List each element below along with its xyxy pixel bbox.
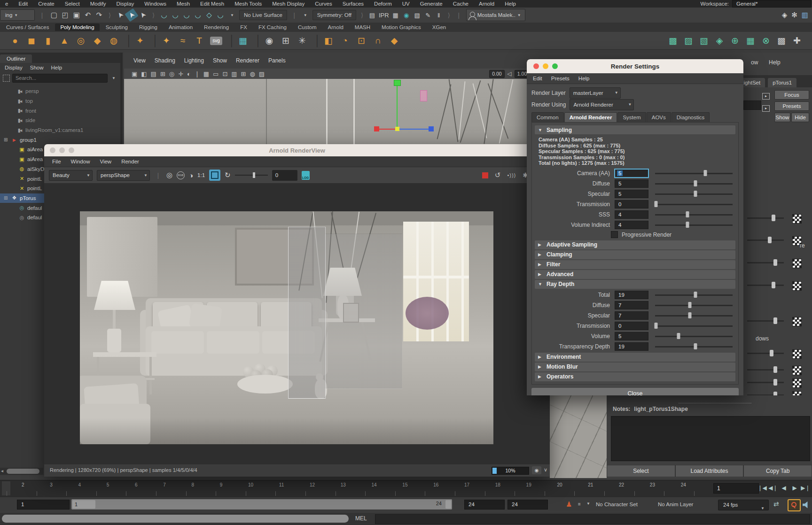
render-settings-tab[interactable]: AOVs	[647, 112, 671, 122]
character-set-selector[interactable]: No Character Set	[596, 502, 638, 507]
attr-slider-handle[interactable]	[772, 215, 775, 221]
vp-separator[interactable]: ❘	[195, 70, 200, 77]
uv-layout-icon[interactable]: ▧	[698, 33, 710, 49]
value-input[interactable]: 19	[615, 291, 648, 299]
horizontal-scrollbar[interactable]: ◂	[0, 468, 43, 475]
ae-help-menu[interactable]: Help	[769, 59, 781, 66]
value-input[interactable]: 0	[615, 200, 648, 208]
outliner-item[interactable]: ▮◂ persp	[0, 86, 120, 96]
vp-resolution-gate-icon[interactable]: ⊡	[222, 70, 227, 77]
attr-slider[interactable]	[747, 217, 784, 219]
shelf-tab[interactable]: FX Caching	[253, 23, 292, 31]
attr-slider-handle[interactable]	[768, 237, 772, 243]
render-settings-tab[interactable]: Diagnostics	[671, 112, 710, 122]
play-backwards-button[interactable]: ◀	[779, 482, 789, 494]
viewport-menu-item[interactable]: Panels	[268, 57, 286, 64]
paint-select-icon[interactable]: ➤	[136, 8, 149, 22]
snap-point-icon[interactable]: ◡	[182, 10, 191, 20]
uv-optimize-icon[interactable]: ⊗	[760, 33, 772, 49]
mirror-icon[interactable]: ◧	[323, 33, 334, 49]
collapsed-section-header[interactable]: ▶Adaptive Sampling	[535, 240, 735, 249]
paste-attr-values-icon[interactable]: ▸	[762, 105, 770, 112]
vp-camera-attrs-icon[interactable]: ▤	[151, 70, 156, 77]
texture-map-button[interactable]	[792, 349, 802, 359]
search-input[interactable]: Search...	[12, 74, 108, 83]
outliner-menu-item[interactable]: Display	[5, 65, 23, 70]
snap-curve-icon[interactable]: ◡	[171, 10, 180, 20]
shelf-tab[interactable]: MASH	[350, 23, 375, 31]
chevron-down-icon[interactable]: ▼	[586, 502, 590, 506]
texture-map-button[interactable]	[792, 366, 802, 375]
shelf-tab[interactable]: XGen	[427, 23, 451, 31]
save-scene-icon[interactable]: ▣	[72, 10, 81, 20]
menu-item[interactable]: Windows	[139, 1, 172, 7]
chevron-down-icon[interactable]: ▼	[302, 13, 309, 17]
render-settings-menu-item[interactable]: Edit	[533, 76, 542, 81]
value-input[interactable]: 7	[615, 311, 648, 320]
value-slider[interactable]	[655, 201, 733, 208]
texture-map-button[interactable]	[792, 317, 802, 326]
texture-map-button[interactable]	[792, 259, 802, 268]
ae-bottom-button[interactable]: Copy Tab	[743, 465, 812, 477]
redo-icon[interactable]: ↷	[94, 10, 104, 20]
ae-tab-lightset[interactable]: LightSet	[743, 78, 765, 87]
manipulator-center-handle[interactable]	[395, 127, 399, 131]
collapsed-section-header[interactable]: ▶Advanced	[535, 270, 735, 279]
value-slider[interactable]	[655, 292, 733, 298]
value-input[interactable]: 4	[615, 210, 648, 219]
ae-bottom-button[interactable]: Load Attributes	[675, 465, 744, 477]
value-slider[interactable]	[655, 302, 733, 309]
vp-oversampling-icon[interactable]: ◐	[187, 70, 191, 77]
go-to-end-button[interactable]: ▶❘	[801, 482, 810, 494]
symmetry-field[interactable]: Symmetry: Off	[312, 10, 356, 20]
slider-handle[interactable]	[688, 312, 692, 318]
manipulator-x-axis[interactable]	[379, 129, 397, 130]
ae-tab-ptorus1[interactable]: pTorus1	[768, 78, 796, 87]
attr-slider[interactable]	[747, 369, 784, 371]
poly-sphere-icon[interactable]: ●	[9, 33, 21, 49]
texture-map-button[interactable]	[792, 391, 802, 395]
value-input[interactable]: 7	[615, 301, 648, 309]
playback-loop-icon[interactable]: ⇄	[773, 500, 779, 508]
ae-bottom-button[interactable]: Select	[607, 465, 675, 477]
slider-handle[interactable]	[694, 191, 697, 197]
attr-slider[interactable]	[747, 285, 784, 286]
menu-item[interactable]: Curves	[310, 1, 337, 7]
pivot-icon[interactable]: ◈	[782, 11, 788, 19]
collapsed-section-header[interactable]: ▶Filter	[535, 260, 735, 269]
snap-grid-icon[interactable]: ◡	[159, 10, 169, 20]
zoom-1-1-button[interactable]: 1:1	[197, 172, 205, 178]
value-slider[interactable]	[655, 333, 733, 340]
shelf-tab[interactable]: Sculpting	[101, 23, 133, 31]
menu-item[interactable]: Generate	[415, 1, 448, 7]
range-slider-left-handle[interactable]: 1	[72, 500, 95, 509]
outliner-item[interactable]: ▮◂ livingRoom_v1:camera1	[0, 125, 120, 135]
ae-partial-input[interactable]	[743, 100, 761, 110]
expand-icon[interactable]: ⊞	[4, 195, 10, 201]
render-settings-title-bar[interactable]: Render Settings	[527, 59, 743, 73]
new-scene-icon[interactable]: ▢	[49, 10, 59, 20]
slider-handle[interactable]	[704, 170, 707, 176]
slider-handle[interactable]	[686, 211, 689, 217]
menu-set-selector[interactable]: ing▼	[0, 9, 35, 21]
attr-slider-handle[interactable]	[773, 366, 777, 373]
shelf-tab[interactable]: Animation	[164, 23, 198, 31]
command-output-bar[interactable]	[2, 515, 349, 523]
shelf-separator[interactable]: │	[151, 33, 156, 49]
poly-torus-icon[interactable]: ◎	[75, 33, 86, 49]
paint-effects-icon[interactable]: ✎	[424, 12, 432, 19]
close-window-icon[interactable]	[50, 147, 55, 153]
shelf-tab[interactable]: Curves / Surfaces	[1, 23, 54, 31]
render-settings-menu-item[interactable]: Presets	[551, 76, 570, 81]
sweep-mesh-icon[interactable]: ≈	[177, 33, 188, 49]
attr-slider[interactable]	[747, 353, 784, 354]
outliner-tab[interactable]: Outliner	[0, 54, 32, 63]
chevron-down-icon[interactable]: ▼	[228, 13, 236, 17]
expand-icon[interactable]: ⊞	[4, 137, 10, 142]
pause-icon[interactable]: ‖	[435, 12, 443, 19]
outliner-filter-icon[interactable]	[3, 75, 10, 82]
texture-map-button[interactable]	[792, 281, 802, 291]
poly-cone-icon[interactable]: ▲	[59, 33, 70, 49]
vp-safe-title-icon[interactable]: ▨	[259, 70, 265, 77]
step-back-frame-button[interactable]: ◀❘	[768, 482, 778, 494]
